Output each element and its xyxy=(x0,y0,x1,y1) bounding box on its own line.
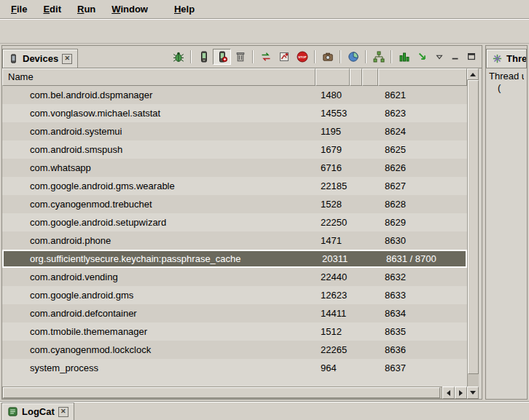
menubar: FileEditRunWindowHelp xyxy=(0,0,529,19)
menu-help[interactable]: Help xyxy=(166,1,203,17)
column-header-pid[interactable] xyxy=(316,68,350,86)
up-arrow-icon xyxy=(470,73,476,76)
scroll-down-button[interactable] xyxy=(467,387,479,399)
table-row[interactable]: com.android.vending224408632 xyxy=(2,268,467,286)
method-profiling-icon[interactable] xyxy=(275,49,293,65)
column-header-port[interactable] xyxy=(378,68,467,86)
process-name: com.android.systemui xyxy=(2,126,316,137)
vertical-scrollbar[interactable] xyxy=(467,68,479,399)
minimize-icon[interactable] xyxy=(447,49,463,64)
maximize-icon[interactable] xyxy=(463,49,479,64)
menu-run[interactable]: Run xyxy=(69,1,103,17)
tab-threads[interactable]: Threads xyxy=(486,49,527,68)
process-name: org.sufficientlysecure.keychain:passphra… xyxy=(4,253,317,264)
column-header-2[interactable] xyxy=(362,68,378,86)
cause-gc-icon[interactable] xyxy=(231,49,249,65)
allocation-tracker-icon[interactable] xyxy=(395,49,413,65)
process-name: com.google.android.gms xyxy=(2,290,316,301)
process-name: com.cyanogenmod.lockclock xyxy=(2,344,316,355)
close-icon[interactable]: ✕ xyxy=(58,407,68,417)
process-pid: 1471 xyxy=(316,235,350,246)
table-row[interactable]: com.tmobile.thememanager15128635 xyxy=(2,322,467,341)
process-pid: 12623 xyxy=(316,290,350,301)
horizontal-scroll-track[interactable] xyxy=(2,387,442,399)
table-row[interactable]: com.android.systemui11958624 xyxy=(2,122,467,140)
process-name: com.android.defcontainer xyxy=(2,308,316,319)
table-row[interactable]: com.cyanogenmod.lockclock222658636 xyxy=(2,341,467,359)
view-menu-icon[interactable] xyxy=(431,49,447,64)
process-port: 8637 xyxy=(378,362,467,373)
process-port: 8621 xyxy=(378,90,467,100)
process-pid: 1679 xyxy=(316,144,350,155)
stop-process-icon[interactable]: STOP xyxy=(293,49,311,65)
menu-edit[interactable]: Edit xyxy=(35,1,69,17)
hierarchy-view-icon[interactable] xyxy=(369,49,388,65)
process-pid: 1528 xyxy=(316,199,350,210)
table-row[interactable]: com.google.android.gms126238633 xyxy=(2,286,467,304)
devices-tab-icon xyxy=(8,53,19,64)
table-row[interactable]: com.whatsapp67168626 xyxy=(2,159,467,177)
toolbar-separator xyxy=(365,50,367,63)
process-name: com.vonglasow.michael.satstat xyxy=(2,108,316,119)
screen-capture-icon[interactable] xyxy=(318,49,337,65)
table-row[interactable]: system_process9648637 xyxy=(2,359,467,377)
tab-threads-label: Threads xyxy=(506,53,527,64)
debug-process-icon[interactable] xyxy=(169,49,187,65)
threads-tab-icon xyxy=(492,53,503,64)
table-row[interactable]: com.android.phone14718630 xyxy=(2,231,467,250)
column-header-1[interactable] xyxy=(350,68,362,86)
process-port: 8632 xyxy=(378,272,467,282)
process-pid: 22440 xyxy=(316,272,350,282)
table-row[interactable]: com.android.defcontainer144118634 xyxy=(2,304,467,322)
process-name: com.tmobile.thememanager xyxy=(2,326,316,337)
ddms-window: FileEditRunWindowHelp Devices ✕ STOP xyxy=(0,0,529,420)
table-row[interactable]: com.google.android.setupwizard222508629 xyxy=(2,213,467,231)
process-pid: 964 xyxy=(316,362,350,373)
gc-run-icon[interactable] xyxy=(413,49,431,65)
heap-icon[interactable] xyxy=(195,49,213,65)
process-pid: 22250 xyxy=(316,217,350,228)
tab-logcat[interactable]: LogCat ✕ xyxy=(1,403,74,420)
update-heap-icon[interactable] xyxy=(213,49,231,65)
tab-logcat-label: LogCat xyxy=(22,406,55,417)
update-threads-icon[interactable] xyxy=(256,49,275,65)
table-row[interactable]: com.android.smspush16798625 xyxy=(2,140,467,159)
process-port: 8626 xyxy=(378,162,467,173)
process-port: 8627 xyxy=(378,181,467,191)
vertical-scroll-thumb[interactable] xyxy=(468,80,479,374)
main-toolbar xyxy=(0,19,529,44)
threads-view: Threads Thread up ( xyxy=(485,45,528,400)
system-info-icon[interactable] xyxy=(344,49,362,65)
devices-view: Devices ✕ STOP xyxy=(1,45,482,400)
column-header-name[interactable]: Name xyxy=(2,68,316,86)
table-row[interactable]: com.cyanogenmod.trebuchet15288628 xyxy=(2,195,467,213)
process-table: Name com.bel.android.dspmanager14808621c… xyxy=(2,68,482,399)
horizontal-scrollbar[interactable] xyxy=(2,387,467,399)
table-row[interactable]: com.google.android.gms.wearable221858627 xyxy=(2,177,467,195)
table-row[interactable]: org.sufficientlysecure.keychain:passphra… xyxy=(2,250,467,268)
process-port: 8629 xyxy=(378,217,467,228)
tab-devices[interactable]: Devices ✕ xyxy=(2,49,78,68)
close-icon[interactable]: ✕ xyxy=(62,54,72,64)
process-pid: 20311 xyxy=(317,253,351,264)
menu-window[interactable]: Window xyxy=(103,1,156,17)
process-name: com.android.vending xyxy=(2,272,316,282)
process-port: 8634 xyxy=(378,308,467,319)
process-pid: 1195 xyxy=(316,126,350,137)
process-name: com.whatsapp xyxy=(2,162,316,173)
horizontal-scroll-thumb[interactable] xyxy=(3,387,440,398)
menu-file[interactable]: File xyxy=(3,1,35,17)
table-row[interactable]: com.bel.android.dspmanager14808621 xyxy=(2,86,467,104)
process-name: com.google.android.setupwizard xyxy=(2,217,316,228)
process-pid: 14553 xyxy=(316,108,350,119)
left-arrow-icon xyxy=(447,390,450,396)
devices-toolbar: STOP xyxy=(169,49,482,65)
scroll-up-button[interactable] xyxy=(467,68,479,80)
vertical-scroll-track[interactable] xyxy=(467,80,479,387)
process-port: 8624 xyxy=(378,126,467,137)
table-row[interactable]: com.vonglasow.michael.satstat145538623 xyxy=(2,104,467,122)
process-pid: 1512 xyxy=(316,326,350,337)
scroll-left-button[interactable] xyxy=(442,387,455,399)
logcat-tab-icon xyxy=(7,406,18,417)
scroll-right-button[interactable] xyxy=(455,387,467,399)
